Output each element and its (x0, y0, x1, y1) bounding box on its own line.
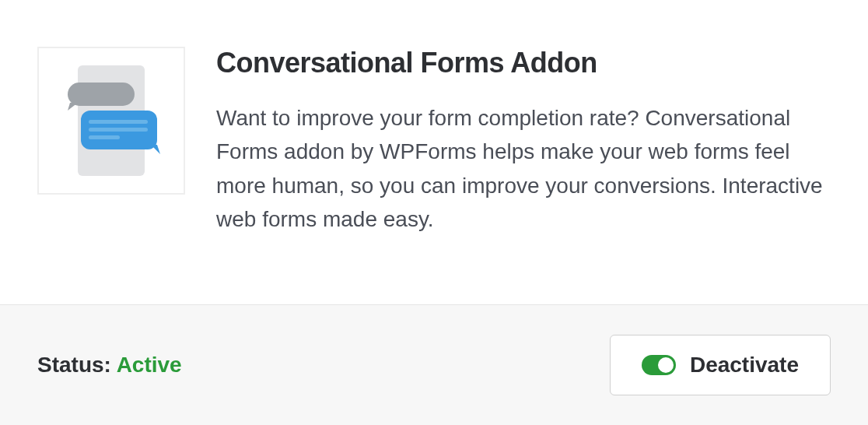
addon-icon-box (37, 47, 185, 195)
status-value: Active (117, 353, 182, 377)
conversation-bubbles-icon (61, 62, 162, 179)
addon-main: Conversational Forms Addon Want to impro… (0, 0, 868, 304)
addon-title: Conversational Forms Addon (216, 47, 831, 79)
svg-rect-1 (68, 83, 135, 106)
deactivate-button-label: Deactivate (690, 353, 799, 378)
status-label: Status: (37, 353, 117, 377)
addon-card: Conversational Forms Addon Want to impro… (0, 0, 868, 425)
svg-marker-4 (151, 145, 160, 154)
toggle-on-icon (642, 355, 676, 375)
deactivate-button[interactable]: Deactivate (610, 335, 831, 395)
svg-rect-7 (89, 135, 120, 139)
svg-rect-5 (89, 120, 148, 124)
svg-rect-6 (89, 128, 148, 132)
status-text: Status: Active (37, 353, 182, 378)
addon-content: Conversational Forms Addon Want to impro… (216, 47, 831, 258)
addon-description: Want to improve your form completion rat… (216, 101, 831, 237)
addon-footer: Status: Active Deactivate (0, 304, 868, 425)
